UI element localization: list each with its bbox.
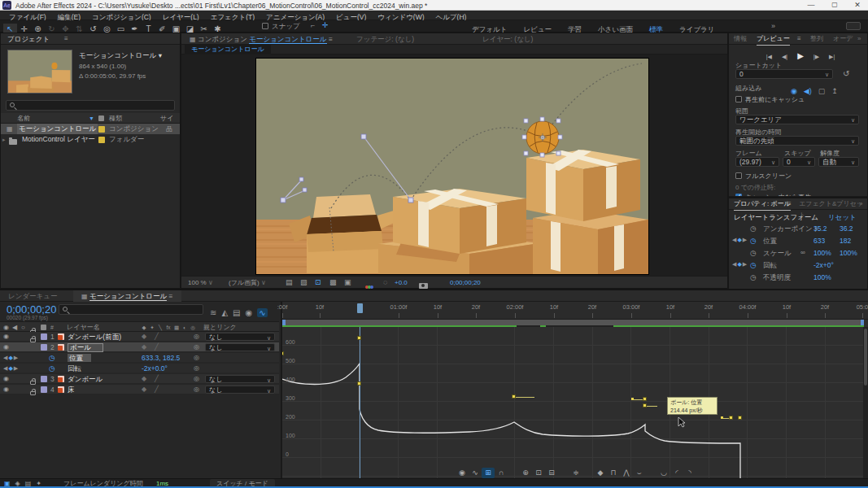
property-name[interactable]: 回転 [68, 364, 81, 373]
tab-overflow-icon[interactable]: » [859, 198, 862, 210]
snap-target-icon[interactable]: ✛ [322, 21, 329, 29]
preview-panel-menu-icon[interactable]: ≡ [797, 33, 801, 45]
scrollbar-thumb[interactable] [864, 329, 867, 386]
property-value[interactable]: -2x+0.0° [142, 364, 168, 373]
layer-row-1[interactable]: ◉ 1 ダンボール(前面) ◆ ╱ ◎ なし∨ [0, 332, 279, 342]
frame-back-button[interactable]: ◀| [782, 54, 787, 60]
project-row-folder[interactable]: ▸ MotionControl レイヤー フォルダー [1, 134, 180, 145]
composition-mini-flowchart-icon[interactable]: ≋ [210, 308, 216, 317]
project-columns-header[interactable]: 名前 ▼ 種類 サイズ [1, 113, 180, 124]
project-row-composition[interactable]: ▦ モーションコントロール コンポジション 品 [1, 124, 180, 134]
label-chip[interactable] [41, 344, 47, 351]
skip-select[interactable]: 0∨ [783, 157, 815, 167]
keyframe-handle-line[interactable] [645, 406, 657, 407]
choose-graph-properties-icon[interactable]: ◉ [456, 468, 469, 478]
overlays-include-icon[interactable]: ▢ [818, 87, 826, 95]
parent-select[interactable]: なし∨ [205, 333, 275, 341]
work-area-end-handle[interactable] [861, 320, 864, 325]
convert-linear-icon[interactable]: ⋀ [620, 468, 633, 478]
keyframe[interactable] [729, 416, 733, 420]
layer-name[interactable]: 床 [68, 385, 75, 394]
fx-switch-icon[interactable]: ╱ [155, 332, 159, 342]
property-value[interactable]: 36.2 [840, 224, 853, 233]
parent-select[interactable]: なし∨ [205, 386, 275, 394]
property-value[interactable]: 35.2 [813, 224, 827, 233]
project-panel-menu-icon[interactable]: ≡ [64, 35, 68, 42]
timeline-search-input[interactable] [59, 304, 203, 315]
guides-icon[interactable]: ▤ [286, 277, 293, 289]
preview-tab[interactable]: プレビュー [757, 33, 790, 46]
eye-icon[interactable]: ◉ [3, 342, 9, 352]
column-name[interactable]: 名前 [17, 113, 30, 124]
label-chip[interactable] [41, 333, 47, 340]
layer-row-3[interactable]: ◉ 3 ダンボール ◆ ╱ ◎ なし∨ [0, 374, 279, 384]
show-transform-box-icon[interactable]: ⊞ [482, 468, 495, 478]
stopwatch-icon[interactable]: ◷ [49, 353, 55, 363]
keyframe[interactable] [357, 381, 361, 386]
render-queue-tab[interactable]: レンダーキュー [8, 290, 58, 302]
shy-layers-icon[interactable]: ▤ [233, 308, 240, 317]
work-area-start-handle[interactable] [282, 320, 286, 325]
current-time-display[interactable]: 0;00;00;20 [7, 303, 56, 316]
fit-selection-icon[interactable]: ⊡ [532, 468, 545, 478]
link-scale-icon[interactable]: ∞ [800, 249, 805, 256]
time-ruler[interactable]: :00f10f01:00f10f20f02:00f10f20f03:00f10f… [282, 302, 868, 320]
graph-type-options-icon[interactable]: ∿ [469, 468, 482, 478]
lock-icon[interactable] [30, 391, 36, 395]
snap-options-icon[interactable]: ⌐ [311, 21, 315, 29]
region-of-interest-icon[interactable]: ⊡ [315, 277, 321, 289]
snap-checkbox-box[interactable] [262, 23, 268, 29]
stopwatch-icon[interactable]: ◷ [750, 224, 757, 233]
project-comp-name[interactable]: モーションコントロール ▾ [79, 51, 162, 61]
quality-switch-icon[interactable]: ◆ [142, 385, 146, 394]
keyframe[interactable] [738, 416, 742, 420]
go-to-end-button[interactable]: ▶| [829, 54, 835, 60]
layer-row-4[interactable]: ◉ 4 床 ◆ ╱ ◎ なし∨ [0, 385, 279, 394]
composition-tab[interactable]: ▦ コンポジション モーションコントロール ≡ [190, 35, 333, 45]
play-button[interactable]: ▶ [797, 51, 804, 60]
keyframe-nav[interactable]: ◀◆▶ [3, 353, 19, 363]
keyframe[interactable] [643, 403, 647, 407]
tab-overflow-icon[interactable]: » [857, 33, 861, 45]
eye-icon[interactable]: ◉ [3, 374, 9, 384]
property-value[interactable]: 182 [840, 237, 851, 245]
fit-all-graphs-icon[interactable]: ⊟ [545, 468, 558, 478]
fullscreen-checkbox[interactable]: フルスクリーン [735, 172, 792, 181]
keyframe-nav[interactable]: ◀◆▶ [3, 364, 19, 373]
eye-icon[interactable]: ◉ [3, 385, 9, 394]
project-search-input[interactable] [6, 100, 175, 111]
cache-before-checkbox[interactable]: 再生前にキャッシュ [735, 95, 805, 104]
maximize-button[interactable]: ▢ [825, 1, 844, 8]
pick-whip-icon[interactable]: ◎ [194, 374, 199, 384]
project-tab[interactable]: プロジェクト [7, 35, 50, 45]
keyframe-nav[interactable]: ◀◆▶ [732, 237, 748, 243]
label-column-icon[interactable] [98, 115, 104, 121]
keyframe-handle-point[interactable] [631, 398, 634, 400]
reset-button[interactable]: リセット [828, 213, 857, 223]
eye-icon[interactable]: ◉ [3, 332, 9, 342]
go-to-start-button[interactable]: |◀ [766, 54, 772, 60]
viewer-timecode[interactable]: 0;00;00;20 [450, 277, 481, 289]
keyframe[interactable] [512, 394, 516, 399]
info-tab[interactable]: 情報 [734, 33, 747, 45]
sort-arrow-icon[interactable]: ▼ [89, 113, 94, 124]
align-tab[interactable]: 整列 [810, 33, 823, 45]
property-name[interactable]: 位置 [68, 354, 91, 362]
transform-section-label[interactable]: レイヤートランスフォーム [734, 213, 818, 223]
property-value[interactable]: -2x+0° [813, 261, 834, 269]
auto-zoom-graph-icon[interactable]: ⊕ [519, 468, 532, 478]
draft-3d-icon[interactable]: ◭ [221, 308, 228, 317]
layer-name[interactable]: ボール [68, 343, 103, 352]
property-value[interactable]: 633.3, 182.5 [142, 353, 180, 363]
project-item-name[interactable]: MotionControl レイヤー [22, 134, 95, 145]
layer-name[interactable]: ダンボール(前面) [68, 332, 121, 342]
label-chip[interactable] [41, 376, 47, 382]
keyframe-handle-point[interactable] [721, 416, 723, 419]
pick-whip-icon[interactable]: ◎ [194, 342, 199, 352]
shortcut-select[interactable]: 0∨ [735, 69, 833, 79]
label-chip[interactable] [41, 386, 47, 393]
properties-tab[interactable]: プロパティ: ボール [734, 198, 791, 211]
framerate-select[interactable]: (29.97)∨ [735, 157, 779, 167]
zoom-level-select[interactable]: 100 % ∨ [188, 277, 213, 289]
composition-canvas[interactable] [255, 58, 649, 275]
